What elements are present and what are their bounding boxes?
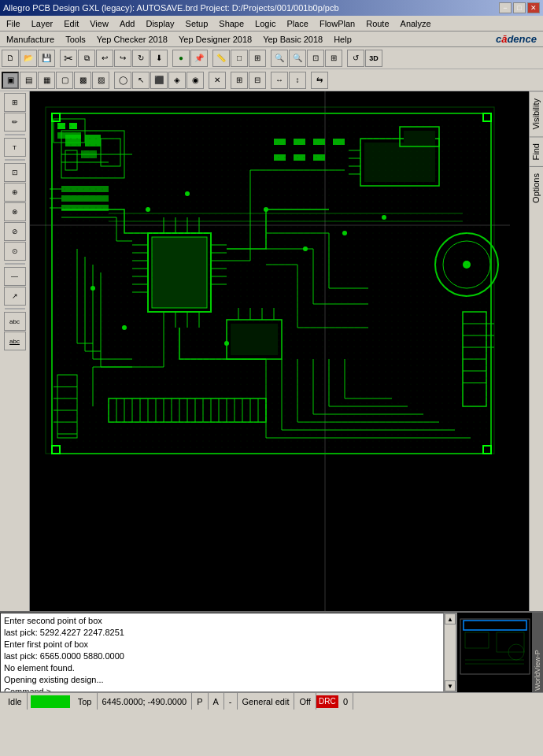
zoom-select-button[interactable]: ⊞ <box>325 50 342 67</box>
command-log[interactable]: Enter second point of box last pick: 529… <box>0 613 444 692</box>
save-button[interactable]: 💾 <box>38 50 55 67</box>
title-bar-controls[interactable]: − □ ✕ <box>499 2 540 13</box>
pin-button[interactable]: 📌 <box>190 50 208 67</box>
scroll-down-button[interactable]: ▼ <box>445 680 456 691</box>
menu-route[interactable]: Route <box>361 17 393 30</box>
edit-mode-status: General edit <box>238 693 295 710</box>
maximize-button[interactable]: □ <box>513 2 526 13</box>
cross2-button[interactable]: ✕ <box>209 72 226 89</box>
log-line-1: Enter second point of box <box>4 615 440 627</box>
cut-button[interactable]: ✂ <box>60 50 77 67</box>
menu-display[interactable]: Display <box>141 17 179 30</box>
menu-layer[interactable]: Layer <box>27 17 58 30</box>
layer-select-button[interactable]: ▤ <box>20 72 37 89</box>
rotate-button[interactable]: ↺ <box>347 50 364 67</box>
find-tab[interactable]: Find <box>530 136 543 166</box>
lt-dot[interactable]: ⊙ <box>4 242 26 261</box>
menu-logic[interactable]: Logic <box>250 17 280 30</box>
title-bar-title: Allegro PCB Design GXL (legacy): AUTOSAV… <box>3 3 339 13</box>
lt-sep-3 <box>5 263 25 265</box>
arrow-tb-button[interactable]: ↕ <box>289 72 306 89</box>
menu-shape[interactable]: Shape <box>214 17 249 30</box>
zoom-out-button[interactable]: 🔍 <box>289 50 306 67</box>
menu-tools[interactable]: Tools <box>61 33 90 46</box>
hatch-button[interactable]: ▩ <box>74 72 91 89</box>
lt-text[interactable]: T <box>4 138 26 157</box>
edit-mode-label: General edit <box>242 697 290 706</box>
lt-select[interactable]: ⊞ <box>4 93 26 112</box>
lt-abc2[interactable]: abc <box>4 332 26 350</box>
lt-draw[interactable]: ✏ <box>4 113 26 132</box>
svg-rect-119 <box>231 324 278 355</box>
redo-button[interactable]: ↪ <box>114 50 131 67</box>
menu-yep-checker[interactable]: Yep Checker 2018 <box>92 33 172 46</box>
close-button[interactable]: ✕ <box>527 2 540 13</box>
idle-label: Idle <box>8 697 22 706</box>
lt-sep-4 <box>5 308 25 309</box>
lt-pad[interactable]: ⊡ <box>4 163 26 182</box>
undo-button[interactable]: ↩ <box>96 50 113 67</box>
visibility-tab[interactable]: Visibility <box>530 91 543 136</box>
menu-help[interactable]: Help <box>329 33 356 46</box>
target-button[interactable]: ◉ <box>187 72 204 89</box>
menu-analyze[interactable]: Analyze <box>396 17 436 30</box>
menu-setup[interactable]: Setup <box>181 17 213 30</box>
circle-draw-button[interactable]: ◯ <box>114 72 131 89</box>
measure-button[interactable]: 📏 <box>212 50 230 67</box>
coordinates: 6445.0000; -490.0000 <box>102 697 187 706</box>
layer-label: Top <box>78 697 92 706</box>
menu-manufacture[interactable]: Manufacture <box>2 33 59 46</box>
diamond-button[interactable]: ◈ <box>168 72 186 89</box>
arrow-lr-button[interactable]: ↔ <box>271 72 288 89</box>
box-select-button[interactable]: □ <box>231 50 248 67</box>
menu-yep-basic[interactable]: Yep Basic 2018 <box>258 33 327 46</box>
menu-yep-designer[interactable]: Yep Designer 2018 <box>174 33 257 46</box>
flip-h-button[interactable]: ⇆ <box>311 72 328 89</box>
canvas-area[interactable] <box>30 91 529 611</box>
off-status: Off <box>294 693 316 710</box>
lt-via[interactable]: ⊕ <box>4 183 26 202</box>
lt-no[interactable]: ⊘ <box>4 222 26 241</box>
open-button[interactable]: 📂 <box>20 50 37 67</box>
grid-button[interactable]: ⊞ <box>249 50 266 67</box>
menu-place[interactable]: Place <box>282 17 313 30</box>
lt-measure[interactable]: ↗ <box>4 287 26 306</box>
select-mode-button[interactable]: ▣ <box>2 72 19 89</box>
drc-error-indicator: DRC <box>316 695 338 708</box>
copy-button[interactable]: ⧉ <box>78 50 95 67</box>
menu-edit[interactable]: Edit <box>59 17 83 30</box>
menu-view[interactable]: View <box>85 17 113 30</box>
lt-sep-2 <box>5 159 25 161</box>
lt-drc[interactable]: ⊗ <box>4 202 26 221</box>
log-line-2: last pick: 5292.4227 2247.8251 <box>4 627 440 639</box>
fill-button[interactable]: ▦ <box>38 72 55 89</box>
minimize-button[interactable]: − <box>499 2 512 13</box>
coord-unit: P <box>192 693 208 710</box>
lt-line[interactable]: — <box>4 267 26 286</box>
refresh-button[interactable]: ↻ <box>132 50 150 67</box>
new-button[interactable]: 🗋 <box>2 50 19 67</box>
cross-button[interactable]: ▨ <box>92 72 109 89</box>
arrow-button[interactable]: ↖ <box>132 72 150 89</box>
outline-button[interactable]: ▢ <box>56 72 73 89</box>
plus-button[interactable]: ⊞ <box>231 72 248 89</box>
3d-button[interactable]: 3D <box>365 50 382 67</box>
cadence-logo: cādence <box>496 33 541 45</box>
options-tab[interactable]: Options <box>530 166 543 209</box>
minus-button[interactable]: ⊟ <box>249 72 266 89</box>
menu-file[interactable]: File <box>2 17 25 30</box>
scroll-up-button[interactable]: ▲ <box>445 613 456 624</box>
zoom-fit-button[interactable]: ⊡ <box>307 50 324 67</box>
worldview-label: WorldView-P <box>532 613 543 692</box>
dash: - <box>229 697 232 706</box>
toolbar-row-1: 🗋 📂 💾 ✂ ⧉ ↩ ↪ ↻ ⬇ ● 📌 📏 □ ⊞ 🔍 🔍 ⊡ ⊞ ↺ 3D <box>0 47 543 69</box>
status-indicator <box>31 695 70 708</box>
lt-abc1[interactable]: abc <box>4 312 26 331</box>
down-button[interactable]: ⬇ <box>150 50 168 67</box>
log-line-3: Enter first point of box <box>4 639 440 650</box>
menu-add[interactable]: Add <box>115 17 140 30</box>
circle-button[interactable]: ● <box>172 50 190 67</box>
menu-flowplan[interactable]: FlowPlan <box>315 17 360 30</box>
zoom-in-button[interactable]: 🔍 <box>271 50 288 67</box>
fill2-button[interactable]: ⬛ <box>150 72 168 89</box>
